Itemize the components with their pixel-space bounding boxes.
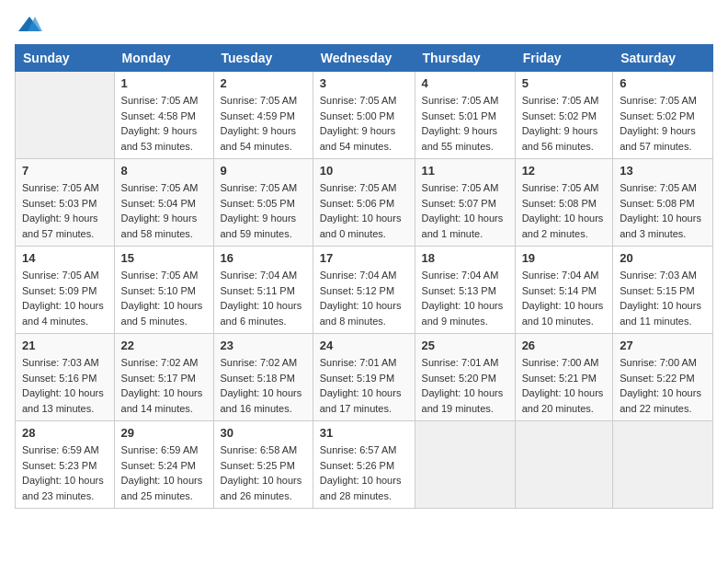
logo [15, 15, 42, 33]
day-info: Sunrise: 7:01 AMSunset: 5:19 PMDaylight:… [320, 355, 408, 416]
week-row-5: 28Sunrise: 6:59 AMSunset: 5:23 PMDayligh… [16, 421, 713, 509]
day-number: 2 [221, 76, 306, 90]
day-cell: 3Sunrise: 7:05 AMSunset: 5:00 PMDaylight… [313, 72, 415, 159]
day-info: Sunrise: 7:00 AMSunset: 5:21 PMDaylight:… [522, 355, 607, 416]
day-info: Sunrise: 7:05 AMSunset: 5:04 PMDaylight:… [121, 180, 207, 241]
day-info: Sunrise: 7:05 AMSunset: 5:05 PMDaylight:… [221, 180, 306, 241]
day-number: 5 [522, 76, 607, 90]
day-number: 7 [22, 164, 108, 178]
day-info: Sunrise: 7:01 AMSunset: 5:20 PMDaylight:… [422, 355, 508, 416]
week-row-2: 7Sunrise: 7:05 AMSunset: 5:03 PMDaylight… [16, 159, 713, 247]
day-cell: 6Sunrise: 7:05 AMSunset: 5:02 PMDaylight… [613, 72, 713, 159]
day-cell: 13Sunrise: 7:05 AMSunset: 5:08 PMDayligh… [613, 159, 713, 247]
weekday-header-tuesday: Tuesday [213, 45, 313, 72]
day-cell: 18Sunrise: 7:04 AMSunset: 5:13 PMDayligh… [415, 247, 515, 334]
day-number: 3 [320, 76, 408, 90]
day-number: 31 [320, 426, 408, 440]
day-number: 22 [121, 339, 207, 352]
day-number: 14 [22, 251, 108, 265]
day-cell: 22Sunrise: 7:02 AMSunset: 5:17 PMDayligh… [114, 334, 213, 421]
day-info: Sunrise: 6:57 AMSunset: 5:26 PMDaylight:… [320, 442, 408, 503]
day-number: 17 [320, 251, 408, 265]
day-cell: 26Sunrise: 7:00 AMSunset: 5:21 PMDayligh… [515, 334, 613, 421]
day-number: 18 [422, 251, 508, 265]
day-cell: 28Sunrise: 6:59 AMSunset: 5:23 PMDayligh… [16, 421, 115, 509]
day-info: Sunrise: 7:05 AMSunset: 5:08 PMDaylight:… [620, 180, 706, 241]
day-info: Sunrise: 7:03 AMSunset: 5:16 PMDaylight:… [22, 355, 108, 416]
day-info: Sunrise: 7:05 AMSunset: 5:02 PMDaylight:… [522, 93, 607, 154]
day-number: 10 [320, 164, 408, 178]
weekday-header-monday: Monday [114, 45, 213, 72]
week-row-4: 21Sunrise: 7:03 AMSunset: 5:16 PMDayligh… [16, 334, 713, 421]
day-cell [415, 421, 515, 509]
day-info: Sunrise: 7:05 AMSunset: 5:06 PMDaylight:… [320, 180, 408, 241]
day-info: Sunrise: 6:58 AMSunset: 5:25 PMDaylight:… [221, 442, 306, 503]
day-cell: 7Sunrise: 7:05 AMSunset: 5:03 PMDaylight… [16, 159, 115, 247]
day-info: Sunrise: 7:04 AMSunset: 5:14 PMDaylight:… [522, 268, 607, 328]
day-number: 26 [522, 339, 607, 352]
day-cell [515, 421, 613, 509]
day-info: Sunrise: 7:05 AMSunset: 5:09 PMDaylight:… [22, 268, 108, 328]
day-cell: 11Sunrise: 7:05 AMSunset: 5:07 PMDayligh… [415, 159, 515, 247]
weekday-header-sunday: Sunday [16, 45, 115, 72]
day-number: 8 [121, 164, 207, 178]
day-cell: 23Sunrise: 7:02 AMSunset: 5:18 PMDayligh… [213, 334, 313, 421]
day-number: 23 [221, 339, 306, 352]
day-cell: 4Sunrise: 7:05 AMSunset: 5:01 PMDaylight… [415, 72, 515, 159]
weekday-header-friday: Friday [515, 45, 613, 72]
day-cell: 16Sunrise: 7:04 AMSunset: 5:11 PMDayligh… [213, 247, 313, 334]
day-cell: 15Sunrise: 7:05 AMSunset: 5:10 PMDayligh… [114, 247, 213, 334]
day-number: 11 [422, 164, 508, 178]
day-cell [613, 421, 713, 509]
day-number: 4 [422, 76, 508, 90]
day-info: Sunrise: 7:04 AMSunset: 5:12 PMDaylight:… [320, 268, 408, 328]
day-info: Sunrise: 7:05 AMSunset: 5:03 PMDaylight:… [22, 180, 108, 241]
day-info: Sunrise: 7:05 AMSunset: 4:59 PMDaylight:… [221, 93, 306, 154]
day-cell: 12Sunrise: 7:05 AMSunset: 5:08 PMDayligh… [515, 159, 613, 247]
day-cell: 8Sunrise: 7:05 AMSunset: 5:04 PMDaylight… [114, 159, 213, 247]
day-number: 27 [620, 339, 706, 352]
day-cell: 10Sunrise: 7:05 AMSunset: 5:06 PMDayligh… [313, 159, 415, 247]
day-cell [16, 72, 115, 159]
day-cell: 21Sunrise: 7:03 AMSunset: 5:16 PMDayligh… [16, 334, 115, 421]
day-cell: 1Sunrise: 7:05 AMSunset: 4:58 PMDaylight… [114, 72, 213, 159]
weekday-header-thursday: Thursday [415, 45, 515, 72]
day-info: Sunrise: 7:05 AMSunset: 5:08 PMDaylight:… [522, 180, 607, 241]
day-info: Sunrise: 7:02 AMSunset: 5:17 PMDaylight:… [121, 355, 207, 416]
day-number: 6 [620, 76, 706, 90]
day-cell: 30Sunrise: 6:58 AMSunset: 5:25 PMDayligh… [213, 421, 313, 509]
day-number: 1 [121, 76, 207, 90]
day-info: Sunrise: 7:05 AMSunset: 5:07 PMDaylight:… [422, 180, 508, 241]
day-number: 15 [121, 251, 207, 265]
day-cell: 19Sunrise: 7:04 AMSunset: 5:14 PMDayligh… [515, 247, 613, 334]
day-number: 13 [620, 164, 706, 178]
week-row-1: 1Sunrise: 7:05 AMSunset: 4:58 PMDaylight… [16, 72, 713, 159]
day-number: 16 [221, 251, 306, 265]
day-number: 19 [522, 251, 607, 265]
day-info: Sunrise: 7:03 AMSunset: 5:15 PMDaylight:… [620, 268, 706, 328]
day-info: Sunrise: 7:00 AMSunset: 5:22 PMDaylight:… [620, 355, 706, 416]
day-info: Sunrise: 7:05 AMSunset: 5:01 PMDaylight:… [422, 93, 508, 154]
day-cell: 25Sunrise: 7:01 AMSunset: 5:20 PMDayligh… [415, 334, 515, 421]
day-cell: 9Sunrise: 7:05 AMSunset: 5:05 PMDaylight… [213, 159, 313, 247]
day-number: 24 [320, 339, 408, 352]
day-number: 20 [620, 251, 706, 265]
weekday-header-row: SundayMondayTuesdayWednesdayThursdayFrid… [16, 45, 713, 72]
day-number: 12 [522, 164, 607, 178]
logo-icon [17, 15, 42, 33]
weekday-header-saturday: Saturday [613, 45, 713, 72]
day-number: 21 [22, 339, 108, 352]
week-row-3: 14Sunrise: 7:05 AMSunset: 5:09 PMDayligh… [16, 247, 713, 334]
calendar-table: SundayMondayTuesdayWednesdayThursdayFrid… [15, 44, 713, 509]
day-cell: 29Sunrise: 6:59 AMSunset: 5:24 PMDayligh… [114, 421, 213, 509]
day-cell: 24Sunrise: 7:01 AMSunset: 5:19 PMDayligh… [313, 334, 415, 421]
day-info: Sunrise: 7:04 AMSunset: 5:11 PMDaylight:… [221, 268, 306, 328]
day-info: Sunrise: 6:59 AMSunset: 5:24 PMDaylight:… [121, 442, 207, 503]
day-cell: 17Sunrise: 7:04 AMSunset: 5:12 PMDayligh… [313, 247, 415, 334]
weekday-header-wednesday: Wednesday [313, 45, 415, 72]
day-number: 30 [221, 426, 306, 440]
day-cell: 27Sunrise: 7:00 AMSunset: 5:22 PMDayligh… [613, 334, 713, 421]
day-number: 25 [422, 339, 508, 352]
day-number: 28 [22, 426, 108, 440]
day-info: Sunrise: 7:04 AMSunset: 5:13 PMDaylight:… [422, 268, 508, 328]
